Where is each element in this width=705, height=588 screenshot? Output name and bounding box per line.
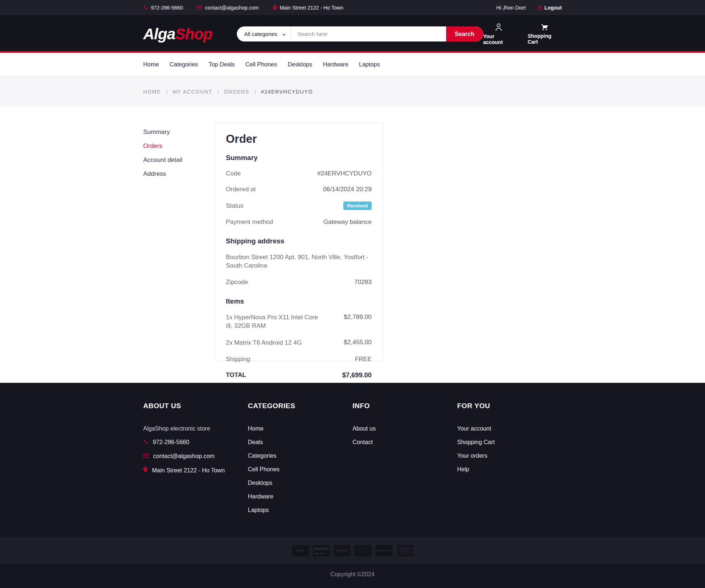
breadcrumb: HOME / MY ACCOUNT / ORDERS / #24ERVHCYDU… <box>0 76 705 106</box>
footer-about-heading: ABOUT US <box>143 402 248 410</box>
search-button[interactable]: Search <box>446 26 483 41</box>
footer-store-line: AlgaShop electronic store <box>143 425 248 432</box>
user-greeting: Hi Jhon Doe! <box>496 5 526 11</box>
main-content: Summary Orders Account detail Address Or… <box>0 106 705 383</box>
footer-email-text: contact@algashop.com <box>153 453 214 460</box>
user-icon <box>495 23 502 32</box>
order-code-row: Code #24ERVHCYDUYO <box>226 170 372 177</box>
total-row: TOTAL $7,699.00 <box>226 371 372 379</box>
copyright-text: Copyright ©2024 <box>330 571 375 578</box>
sidebar-item-summary[interactable]: Summary <box>143 128 214 136</box>
shipping-cost-row: Shipping FREE <box>226 356 372 363</box>
footer-link-about-us[interactable]: About us <box>352 425 457 432</box>
logout-button[interactable]: Logout <box>537 5 562 11</box>
cart-icon <box>541 23 549 32</box>
credit-card-icon <box>313 545 330 556</box>
sidebar-item-address[interactable]: Address <box>143 170 214 178</box>
topbar-phone-text: 972-286-5660 <box>151 5 183 11</box>
zipcode-row: Zipcode 70283 <box>226 279 372 286</box>
breadcrumb-separator: / <box>254 89 256 95</box>
item-name: 1x HyperNova Pro X11 Intel Core i9, 32GB… <box>226 313 322 330</box>
footer-email: contact@algashop.com <box>143 453 248 460</box>
footer-link-categories[interactable]: Categories <box>248 453 352 459</box>
footer-link-laptops[interactable]: Laptops <box>248 507 352 513</box>
footer-link-hardware[interactable]: Hardware <box>248 493 352 500</box>
shipping-address-heading: Shipping address <box>226 237 372 245</box>
item-price: $2,455.00 <box>344 339 372 346</box>
footer-link-help[interactable]: Help <box>457 466 562 473</box>
nav-item-desktops[interactable]: Desktops <box>288 61 312 68</box>
zipcode-value: 70283 <box>354 279 372 286</box>
shopping-cart-link[interactable]: Shopping Cart <box>528 23 562 45</box>
footer-link-deals[interactable]: Deals <box>248 439 352 446</box>
map-pin-icon <box>143 467 148 474</box>
nav-item-top-deals[interactable]: Top Deals <box>209 61 235 68</box>
order-item-row: 1x HyperNova Pro X11 Intel Core i9, 32GB… <box>226 313 372 330</box>
visa-label: VISA <box>296 549 304 552</box>
code-value: #24ERVHCYDUYO <box>317 170 372 177</box>
footer-link-your-orders[interactable]: Your orders <box>457 453 562 459</box>
payment-method-value: Gateway balance <box>323 218 372 226</box>
footer-categories-heading: CATEGORIES <box>248 402 352 410</box>
ordered-at-value: 06/14/2024 20:29 <box>323 186 372 193</box>
shipping-cost-value: FREE <box>355 356 372 363</box>
nav-item-categories[interactable]: Categories <box>170 61 198 68</box>
logo[interactable]: AlgaShop <box>143 25 212 43</box>
main-nav: Home Categories Top Deals Cell Phones De… <box>0 53 705 76</box>
search-input[interactable] <box>291 26 446 41</box>
payment-method-row: Payment method Gateway balance <box>226 218 372 226</box>
sidebar-item-orders[interactable]: Orders <box>143 142 214 150</box>
order-item-row: 2x Matrix T6 Android 12 4G $2,455.00 <box>226 339 372 347</box>
discover-icon: DISCOVER <box>376 545 393 556</box>
total-value: $7,699.00 <box>342 371 372 379</box>
status-badge: Received <box>343 202 372 210</box>
footer-link-your-account[interactable]: Your account <box>457 425 562 432</box>
envelope-icon <box>197 6 202 10</box>
amex-label: AMERICAN EXPRESS <box>397 547 413 554</box>
footer-categories-column: CATEGORIES Home Deals Categories Cell Ph… <box>248 402 352 520</box>
sidebar-item-account-detail[interactable]: Account detail <box>143 156 214 164</box>
code-label: Code <box>226 170 241 177</box>
footer-bottom: Copyright ©2024 <box>0 564 705 588</box>
logout-label: Logout <box>545 5 562 11</box>
nav-item-laptops[interactable]: Laptops <box>359 61 380 68</box>
footer-link-contact[interactable]: Contact <box>352 439 457 446</box>
footer-link-cell-phones[interactable]: Cell Phones <box>248 466 352 473</box>
footer-link-shopping-cart[interactable]: Shopping Cart <box>457 439 562 446</box>
logo-part1: Alga <box>143 25 175 43</box>
breadcrumb-orders[interactable]: ORDERS <box>224 89 249 95</box>
nav-item-cell-phones[interactable]: Cell Phones <box>245 61 277 68</box>
topbar-address-text: Main Street 2122 - Ho Town <box>280 5 343 11</box>
footer-link-desktops[interactable]: Desktops <box>248 480 352 486</box>
topbar-email: contact@algashop.com <box>197 5 259 11</box>
nav-item-home[interactable]: Home <box>143 61 159 68</box>
footer-link-home[interactable]: Home <box>248 425 352 432</box>
ordered-at-label: Ordered at <box>226 186 256 193</box>
envelope-icon <box>143 453 149 460</box>
footer-info-column: INFO About us Contact <box>352 402 457 520</box>
header: AlgaShop All categories Search Your acco… <box>0 15 705 53</box>
your-account-link[interactable]: Your account <box>483 23 514 45</box>
footer-address-text: Main Street 2122 - Ho Town <box>152 467 225 474</box>
mastercard-icon <box>355 545 372 556</box>
your-account-label: Your account <box>483 33 514 45</box>
category-select[interactable]: All categories <box>237 26 290 41</box>
shipping-cost-label: Shipping <box>226 356 250 363</box>
phone-icon <box>143 439 148 446</box>
logo-part2: Shop <box>175 25 212 43</box>
shipping-address-text: Bourbon Street 1200 Apt. 901, North Vill… <box>226 253 372 270</box>
ordered-at-row: Ordered at 06/14/2024 20:29 <box>226 186 372 193</box>
breadcrumb-separator: / <box>166 89 167 95</box>
item-name: 2x Matrix T6 Android 12 4G <box>226 339 322 347</box>
topbar-phone: 972-286-5660 <box>143 5 183 11</box>
paypal-label: PayPal <box>336 549 348 552</box>
summary-heading: Summary <box>226 154 372 162</box>
breadcrumb-home[interactable]: HOME <box>143 89 161 95</box>
footer-foryou-column: FOR YOU Your account Shopping Cart Your … <box>457 402 562 520</box>
nav-item-hardware[interactable]: Hardware <box>323 61 348 68</box>
topbar: 972-286-5660 contact@algashop.com Main S… <box>0 0 705 15</box>
payment-methods-strip: VISA PayPal DISCOVER AMERICAN EXPRESS <box>0 537 705 564</box>
breadcrumb-current-order: #24ERVHCYDUYO <box>261 89 313 95</box>
status-label: Status <box>226 202 243 210</box>
breadcrumb-my-account[interactable]: MY ACCOUNT <box>173 89 212 95</box>
